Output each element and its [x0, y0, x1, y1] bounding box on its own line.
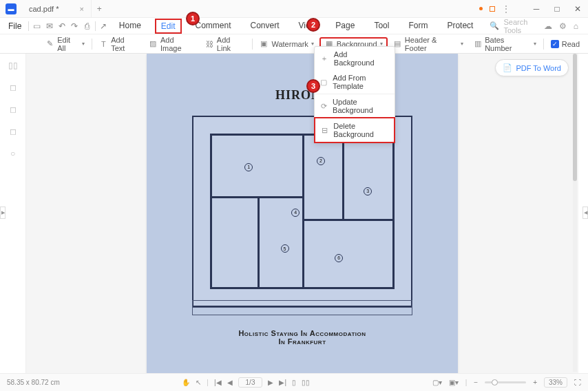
file-tab[interactable]: cad.pdf * ×	[22, 0, 92, 17]
update-background-item[interactable]: ⟳Update Background	[315, 94, 395, 118]
text-icon: T	[99, 39, 108, 49]
kebab-icon[interactable]: ⋮	[502, 4, 510, 14]
annotation-badge-1: 1	[186, 12, 200, 25]
titlebar: ▬ cad.pdf * × + ⋮ ─ □ ✕	[0, 0, 588, 18]
menu-tabs: Home Edit Comment Convert View Page Tool…	[114, 19, 479, 34]
annotation-badge-3: 3	[306, 79, 320, 93]
statusbar: 58.35 x 80.72 cm ✋ ↖ | |◀ ◀ 1/3 ▶ ▶| ▯ ▯…	[0, 373, 588, 391]
notification-icon[interactable]	[490, 6, 495, 12]
minimize-button[interactable]: ─	[529, 3, 543, 15]
zoom-out-icon[interactable]: −	[474, 379, 478, 386]
zoom-value[interactable]: 33%	[544, 377, 567, 388]
first-page-icon[interactable]: |◀	[214, 379, 222, 386]
image-icon: ▨	[149, 39, 158, 49]
add-from-template-item[interactable]: ▢Add From Template	[315, 70, 395, 94]
bates-number-button[interactable]: ▥Bates Number▾	[469, 34, 540, 54]
search-tools[interactable]: 🔍 Search Tools	[484, 18, 540, 34]
fullscreen-icon[interactable]: ⛶	[574, 379, 581, 386]
attachments-icon[interactable]: ◻	[7, 125, 19, 138]
more-icon[interactable]: ↗	[98, 20, 108, 32]
edit-toolbar: ✎Edit All▾ TAdd Text ▨Add Image ⛓Add Lin…	[0, 34, 588, 54]
legend-box	[192, 300, 412, 315]
tab-tool[interactable]: Tool	[368, 19, 395, 34]
plus-icon: +	[320, 54, 328, 63]
status-dot-icon	[479, 7, 483, 10]
annotation-badge-2: 2	[306, 18, 320, 32]
page-dimensions: 58.35 x 80.72 cm	[7, 379, 60, 386]
delete-icon: ⊟	[321, 126, 328, 134]
expand-right-handle[interactable]: ◀	[582, 207, 588, 219]
add-text-button[interactable]: TAdd Text	[95, 34, 143, 54]
close-window-button[interactable]: ✕	[571, 3, 585, 15]
search-panel-icon[interactable]: ○	[7, 147, 19, 160]
mail-icon[interactable]: ✉	[44, 20, 54, 32]
redo-icon[interactable]: ↷	[70, 20, 79, 32]
last-page-icon[interactable]: ▶|	[279, 379, 286, 386]
cloud-icon[interactable]: ☁	[544, 21, 552, 31]
tab-form[interactable]: Form	[403, 19, 433, 34]
file-menu[interactable]: File	[4, 21, 25, 31]
expand-left-handle[interactable]: ▶	[0, 207, 6, 219]
menubar: File ▭ ✉ ↶ ↷ ⎙ ↗ Home Edit Comment Conve…	[0, 18, 588, 34]
tab-convert[interactable]: Convert	[245, 19, 285, 34]
template-icon: ▢	[320, 78, 327, 86]
hand-tool-icon[interactable]: ✋	[182, 379, 190, 386]
watermark-button[interactable]: ▣Watermark▾	[255, 38, 317, 50]
vertical-scrollbar[interactable]	[573, 54, 577, 372]
update-icon: ⟳	[320, 102, 327, 110]
tab-filename: cad.pdf *	[29, 5, 59, 13]
prev-page-icon[interactable]: ◀	[227, 379, 233, 386]
fit-width-icon[interactable]: ▢▾	[432, 379, 442, 386]
pencil-icon: ✎	[45, 39, 54, 49]
save-icon[interactable]: ▭	[32, 20, 41, 32]
settings-icon[interactable]: ⚙	[559, 21, 567, 31]
document-viewport[interactable]: HIROMI 1 2 3 4 5 6 Holistic Staying In A…	[26, 54, 578, 373]
delete-background-item[interactable]: ⊟Delete Background	[314, 117, 395, 143]
continuous-icon[interactable]: ▯▯	[302, 379, 310, 386]
link-icon: ⛓	[205, 39, 214, 49]
tab-protect[interactable]: Protect	[441, 19, 479, 34]
single-page-icon[interactable]: ▯	[292, 379, 296, 386]
print-icon[interactable]: ⎙	[82, 20, 92, 32]
check-icon: ✓	[551, 40, 559, 48]
fit-page-icon[interactable]: ▣▾	[449, 379, 459, 386]
tab-home[interactable]: Home	[114, 19, 147, 34]
thumbnails-icon[interactable]: ▯▯	[7, 59, 19, 72]
next-page-icon[interactable]: ▶	[268, 379, 273, 386]
edit-all-button[interactable]: ✎Edit All▾	[41, 34, 89, 54]
background-dropdown: +Add Background ▢Add From Template ⟳Upda…	[314, 46, 395, 143]
add-tab-button[interactable]: +	[92, 4, 107, 14]
read-button[interactable]: ✓Read	[547, 39, 584, 50]
pdf-page: HIROMI 1 2 3 4 5 6 Holistic Staying In A…	[147, 54, 458, 373]
document-subtitle: Holistic Staying In Accommodation In Fra…	[147, 329, 458, 346]
bates-icon: ▥	[473, 39, 482, 49]
tab-edit[interactable]: Edit	[155, 19, 182, 34]
app-logo: ▬	[6, 3, 17, 14]
tab-page[interactable]: Page	[330, 19, 360, 34]
zoom-in-icon[interactable]: +	[533, 379, 537, 386]
floorplan-drawing: 1 2 3 4 5 6	[192, 116, 412, 307]
search-placeholder: Search Tools	[503, 18, 535, 34]
layers-icon[interactable]: ◻	[7, 103, 19, 116]
add-image-button[interactable]: ▨Add Image	[145, 34, 200, 54]
add-background-item[interactable]: +Add Background	[315, 47, 395, 70]
undo-icon[interactable]: ↶	[57, 20, 67, 32]
maximize-button[interactable]: □	[550, 3, 564, 15]
select-tool-icon[interactable]: ↖	[196, 379, 201, 386]
scroll-thumb[interactable]	[573, 54, 577, 181]
home-icon[interactable]: ⌂	[574, 21, 578, 31]
watermark-icon: ▣	[259, 39, 269, 49]
add-link-button[interactable]: ⛓Add Link	[201, 34, 249, 54]
pdf-to-word-button[interactable]: 📄 PDF To Word	[495, 59, 569, 76]
page-indicator[interactable]: 1/3	[238, 377, 263, 388]
bookmark-icon[interactable]: ◻	[7, 81, 19, 94]
header-footer-button[interactable]: ▤Header & Footer▾	[389, 34, 468, 54]
search-icon: 🔍	[490, 21, 499, 30]
convert-icon: 📄	[503, 63, 512, 72]
close-tab-icon[interactable]: ×	[79, 5, 83, 13]
zoom-slider[interactable]	[485, 381, 526, 383]
